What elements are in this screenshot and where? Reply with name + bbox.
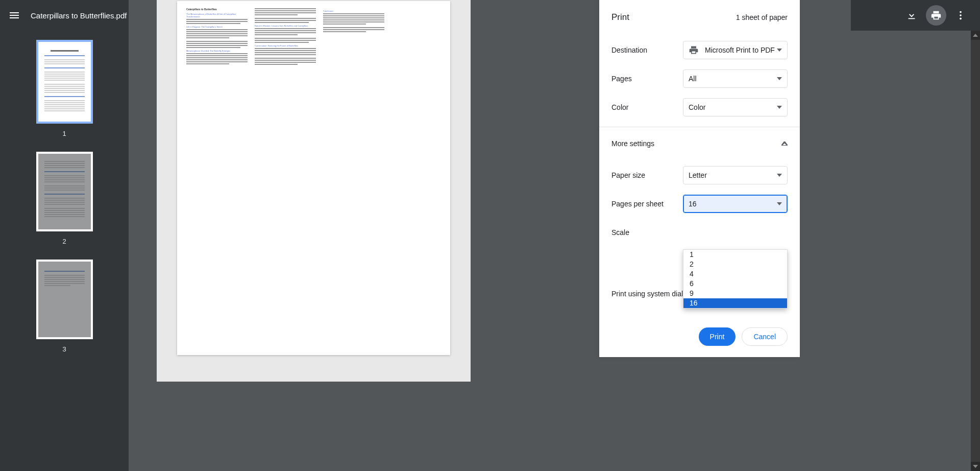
- sheets-count: 1 sheet of paper: [736, 13, 788, 21]
- color-value: Color: [689, 103, 705, 111]
- print-preview-area: Caterpillars to Butterflies The Metamorp…: [129, 0, 851, 471]
- svg-point-3: [960, 11, 962, 13]
- more-actions-button[interactable]: [950, 5, 971, 26]
- pdf-viewer-toolbar-right: [851, 0, 980, 31]
- pages-select[interactable]: All: [683, 69, 788, 88]
- scroll-up-icon[interactable]: [971, 31, 980, 40]
- preview-viewport[interactable]: Caterpillars to Butterflies The Metamorp…: [157, 0, 471, 382]
- scrollbar[interactable]: [971, 31, 980, 471]
- scale-label: Scale: [611, 228, 683, 237]
- thumbnail-page-1[interactable]: [36, 40, 93, 124]
- dropdown-option[interactable]: 1: [683, 250, 787, 260]
- svg-rect-2: [10, 17, 19, 18]
- pages-label: Pages: [611, 75, 683, 83]
- color-label: Color: [611, 103, 683, 111]
- more-settings-label: More settings: [611, 139, 654, 148]
- download-button[interactable]: [901, 5, 922, 26]
- printer-icon: [689, 45, 699, 55]
- preview-heading: Nature's Wisdom: Lessons from Butterflie…: [255, 25, 316, 27]
- pages-value: All: [689, 75, 697, 83]
- dropdown-option[interactable]: 6: [683, 279, 787, 289]
- chevron-down-icon: [777, 174, 782, 177]
- chevron-down-icon: [777, 49, 782, 52]
- thumbnail-item[interactable]: 1: [36, 40, 93, 137]
- preview-heading: Life in Disguise: The Caterpillar's Secr…: [186, 26, 248, 28]
- chevron-up-icon: [781, 142, 788, 146]
- preview-doc-title: Caterpillars to Butterflies: [186, 8, 248, 11]
- print-dialog-title: Print: [611, 12, 629, 22]
- color-select[interactable]: Color: [683, 98, 788, 116]
- dropdown-option-selected[interactable]: 16: [683, 298, 787, 308]
- preview-viewport-footer: [157, 362, 295, 382]
- scroll-down-icon[interactable]: [971, 462, 980, 471]
- chevron-down-icon: [777, 77, 782, 80]
- dropdown-option[interactable]: 2: [683, 260, 787, 269]
- print-button[interactable]: [926, 5, 946, 26]
- pages-per-sheet-value: 16: [689, 200, 697, 208]
- paper-size-label: Paper size: [611, 171, 683, 179]
- destination-value: Microsoft Print to PDF: [705, 46, 775, 54]
- paper-size-select[interactable]: Letter: [683, 166, 788, 184]
- thumbnail-number: 1: [62, 130, 66, 137]
- thumbnail-item[interactable]: 2: [36, 152, 93, 245]
- thumbnail-number: 3: [62, 345, 66, 353]
- pdf-viewer-toolbar-left: Caterpillars to Butterflies.pdf: [0, 0, 129, 31]
- dropdown-option[interactable]: 4: [683, 269, 787, 279]
- destination-select[interactable]: Microsoft Print to PDF: [683, 41, 788, 59]
- menu-icon[interactable]: [8, 9, 20, 21]
- thumbnail-page-3[interactable]: [36, 260, 93, 339]
- dropdown-option[interactable]: 9: [683, 289, 787, 298]
- pages-per-sheet-label: Pages per sheet: [611, 200, 683, 208]
- chevron-down-icon: [777, 106, 782, 109]
- document-title: Caterpillars to Butterflies.pdf: [31, 11, 127, 20]
- print-confirm-button[interactable]: Print: [699, 327, 736, 346]
- more-settings-toggle[interactable]: More settings: [611, 129, 788, 158]
- preview-heading: Metamorphosis Unveiled: The Butterfly Em…: [186, 50, 248, 52]
- thumbnail-page-2[interactable]: [36, 152, 93, 231]
- svg-rect-0: [10, 12, 19, 13]
- paper-size-value: Letter: [689, 171, 707, 179]
- scroll-track[interactable]: [971, 40, 980, 462]
- preview-heading: Conclusion: [323, 10, 384, 12]
- pages-per-sheet-dropdown: 1 2 4 6 9 16: [683, 249, 788, 309]
- thumbnail-item[interactable]: 3: [36, 260, 93, 353]
- print-dialog: Print 1 sheet of paper Destination Micro…: [599, 0, 800, 357]
- chevron-down-icon: [777, 202, 782, 205]
- svg-rect-1: [10, 15, 19, 16]
- cancel-button[interactable]: Cancel: [742, 327, 788, 346]
- thumbnail-sidebar: 1 2: [0, 31, 129, 471]
- preview-heading: The Metamorphosis of Butterflies: A Tale…: [186, 13, 248, 18]
- preview-sheet: Caterpillars to Butterflies The Metamorp…: [177, 1, 450, 355]
- svg-point-4: [960, 14, 962, 16]
- preview-heading: Conservation: Nurturing the Future of Bu…: [255, 44, 316, 47]
- thumbnail-number: 2: [62, 238, 66, 245]
- destination-label: Destination: [611, 46, 683, 54]
- pages-per-sheet-select[interactable]: 16: [683, 195, 788, 213]
- svg-point-5: [960, 18, 962, 20]
